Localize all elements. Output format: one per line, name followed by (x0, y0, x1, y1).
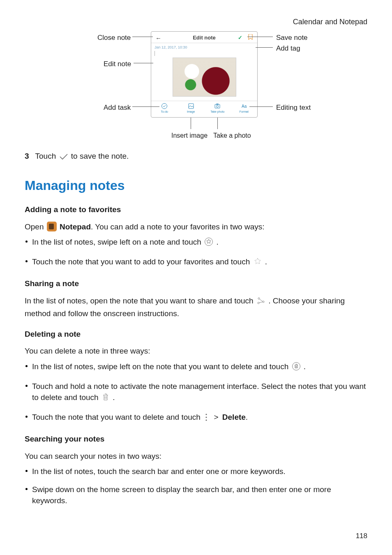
list-item: Touch the note that you want to delete a… (25, 412, 367, 425)
list-item: Swipe down on the home screen to display… (25, 484, 367, 506)
svg-point-8 (263, 301, 264, 303)
page-number: 118 (25, 531, 367, 541)
share-icon (256, 297, 265, 308)
breadcrumb: Calendar and Notepad (25, 16, 367, 27)
step-text-before: Touch (35, 152, 58, 160)
list-item: In the list of notes, swipe left on the … (25, 361, 367, 374)
bookmark-icon[interactable] (248, 34, 253, 42)
fav-b1-after: . (217, 238, 219, 246)
phone-topbar: ← Edit note ✓ (151, 32, 257, 43)
label-save-note: Save note (276, 33, 308, 43)
deleting-intro: You can delete a note in three ways: (25, 345, 367, 357)
sharing-heading: Sharing a note (25, 278, 367, 289)
label-add-tag: Add tag (276, 44, 300, 54)
list-item: Touch the note that you want to add to y… (25, 256, 367, 269)
searching-list: In the list of notes, touch the search b… (25, 466, 367, 506)
fav-b2-after: . (265, 257, 267, 266)
todo-tool[interactable]: To-do (151, 101, 178, 117)
del-b3-after: . (246, 413, 248, 421)
todo-label: To-do (161, 110, 168, 113)
favorites-open-before: Open (25, 222, 46, 231)
text-cursor (154, 51, 155, 56)
deleting-heading: Deleting a note (25, 328, 367, 340)
star-outline-icon (253, 257, 262, 269)
searching-heading: Searching your notes (25, 433, 367, 445)
fav-b2-before: Touch the note that you want to add to y… (32, 257, 252, 266)
del-b2-before: Touch and hold a note to activate the no… (32, 382, 366, 402)
list-item: In the list of notes, swipe left on a no… (25, 236, 367, 250)
trash-circle-icon (292, 362, 301, 374)
image-label: Image (187, 110, 195, 113)
svg-point-3 (217, 105, 219, 107)
phone-toolbar: To-do Image Take photo Aa Format (151, 101, 257, 117)
sharing-text: In the list of notes, open the note that… (25, 295, 367, 319)
del-b1-before: In the list of notes, swipe left on the … (32, 362, 291, 371)
edit-note-diagram: ← Edit note ✓ Jan 12, 2017, 10:30 To-do … (52, 31, 340, 142)
take-photo-tool[interactable]: Take photo (204, 101, 231, 117)
label-editing-text: Editing text (276, 103, 311, 113)
label-edit-note-left: Edit note (104, 59, 131, 69)
save-check-icon[interactable]: ✓ (238, 34, 242, 42)
del-b1-after: . (304, 362, 306, 371)
take-photo-label: Take photo (210, 110, 224, 113)
phone-mock: ← Edit note ✓ Jan 12, 2017, 10:30 To-do … (151, 31, 258, 118)
phone-title: Edit note (193, 34, 216, 42)
label-close-note: Close note (97, 33, 131, 43)
favorites-list: In the list of notes, swipe left on a no… (25, 236, 367, 269)
fav-b1-before: In the list of notes, swipe left on a no… (32, 238, 203, 246)
svg-text:Aa: Aa (242, 104, 247, 109)
svg-rect-2 (215, 104, 220, 108)
searching-intro: You can search your notes in two ways: (25, 451, 367, 462)
trash-icon (101, 393, 110, 405)
svg-point-7 (258, 298, 260, 299)
svg-point-10 (292, 362, 300, 370)
del-b2-after: . (113, 393, 115, 402)
del-b3-before: Touch the note that you want to delete a… (32, 413, 203, 421)
label-take-a-photo: Take a photo (213, 131, 251, 140)
favorites-heading: Adding a note to favorites (25, 204, 367, 215)
section-heading: Managing notes (25, 176, 367, 195)
step-3: 3 Touch to save the note. (25, 150, 367, 164)
share-before: In the list of notes, open the note that… (25, 296, 256, 305)
checkmark-icon (59, 152, 68, 164)
deleting-list: In the list of notes, swipe left on the … (25, 361, 367, 424)
note-inline-image (173, 58, 236, 97)
notepad-app-icon (47, 222, 57, 231)
back-arrow-icon[interactable]: ← (155, 34, 161, 43)
list-item: Touch and hold a note to activate the no… (25, 381, 367, 405)
svg-point-12 (206, 416, 207, 418)
star-circle-icon (204, 237, 213, 250)
format-tool[interactable]: Aa Format (231, 101, 258, 117)
list-item: In the list of notes, touch the search b… (25, 466, 367, 477)
svg-point-13 (206, 419, 207, 421)
image-tool[interactable]: Image (178, 101, 205, 117)
svg-rect-1 (189, 104, 194, 109)
del-b3-bold: Delete (222, 413, 246, 421)
svg-point-0 (162, 104, 167, 109)
notepad-app-name: Notepad (60, 222, 91, 231)
phone-timestamp: Jan 12, 2017, 10:30 (151, 43, 257, 50)
favorites-open-after: . You can add a note to your favorites i… (91, 222, 264, 231)
del-b3-gt: > (214, 413, 218, 421)
favorites-open-line: Open Notepad. You can add a note to your… (25, 221, 367, 233)
svg-point-11 (206, 414, 207, 415)
svg-point-9 (258, 302, 259, 304)
label-insert-image: Insert image (171, 131, 208, 140)
more-dots-icon (203, 413, 209, 425)
format-label: Format (240, 110, 249, 113)
step-number: 3 (25, 152, 29, 160)
label-add-task: Add task (104, 103, 131, 113)
step-text-after: to save the note. (71, 152, 129, 160)
